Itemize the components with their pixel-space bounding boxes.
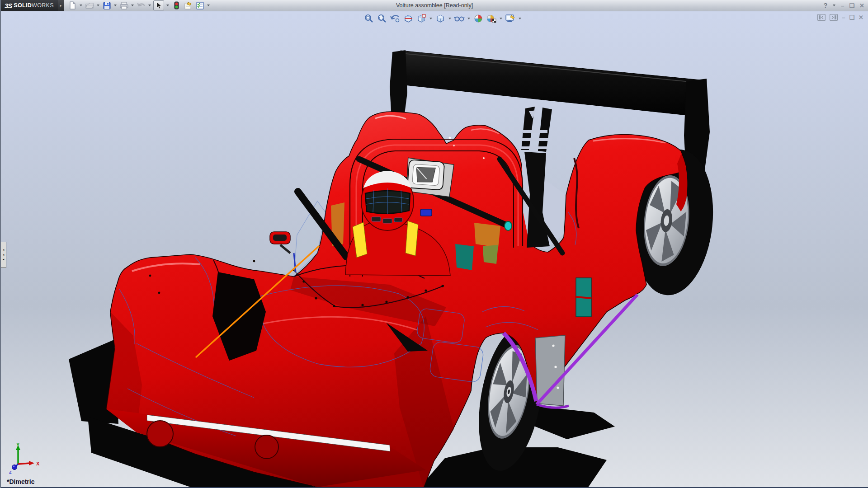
view-settings-button[interactable] — [505, 13, 516, 24]
zoom-to-area-button[interactable] — [377, 13, 387, 24]
doc-restore-button[interactable]: ❏ — [849, 14, 854, 20]
close-button[interactable]: ✕ — [859, 3, 864, 9]
ds-logo-mark: 3S — [5, 2, 12, 9]
window-controls: ? – ❏ ✕ — [824, 0, 864, 11]
rebuild-button[interactable] — [171, 1, 181, 10]
file-properties-button[interactable] — [183, 1, 193, 10]
view-settings-dropdown[interactable] — [519, 18, 521, 19]
model-viewport[interactable] — [1, 0, 868, 488]
triad-x-label: X — [36, 461, 40, 466]
help-button[interactable]: ? — [824, 2, 828, 9]
select-dropdown[interactable] — [166, 5, 169, 6]
print-button[interactable] — [119, 1, 129, 10]
open-button[interactable] — [85, 1, 94, 10]
triad-z-label: Z — [9, 470, 12, 474]
options-button[interactable] — [195, 1, 205, 10]
edit-appearance-button[interactable] — [473, 13, 484, 24]
hide-show-items-dropdown[interactable] — [467, 18, 470, 19]
help-dropdown[interactable] — [833, 5, 835, 6]
splitter-arrow: ◂ — [3, 253, 5, 258]
section-view-button[interactable] — [403, 13, 414, 24]
logo-text-solid: SOLID — [14, 2, 32, 9]
new-document-button[interactable] — [67, 1, 77, 10]
hide-show-items-button[interactable] — [454, 13, 465, 24]
brake-duct-left — [147, 421, 173, 447]
heads-up-view-toolbar — [363, 13, 522, 24]
feature-pane-splitter-tab[interactable]: ◂ ◂ ◂ — [1, 242, 6, 268]
previous-view-button[interactable] — [390, 13, 401, 24]
minimize-button[interactable]: – — [841, 3, 844, 9]
view-orientation-label: *Dimetric — [7, 478, 34, 485]
brake-duct-right — [255, 435, 278, 459]
apply-scene-button[interactable] — [486, 13, 497, 24]
splitter-arrow: ◂ — [3, 257, 5, 262]
helmet — [361, 171, 414, 230]
title-bar: 3S SOLIDWORKS ▸ — [1, 0, 868, 11]
undo-button[interactable] — [136, 1, 146, 10]
display-style-dropdown[interactable] — [448, 18, 451, 19]
main-toolbar — [64, 0, 210, 10]
solidworks-logo[interactable]: 3S SOLIDWORKS — [1, 0, 58, 11]
document-window-controls: – ❏ ✕ — [817, 14, 863, 21]
display-style-button[interactable] — [435, 13, 446, 24]
save-dropdown[interactable] — [114, 5, 117, 6]
restore-button[interactable]: ❏ — [849, 3, 854, 9]
triad-y-label: Y — [16, 442, 20, 447]
airbox — [406, 158, 454, 197]
doc-minimize-button[interactable]: – — [842, 14, 845, 20]
logo-text-works: WORKS — [32, 2, 54, 9]
pane-toggle-right-icon[interactable] — [830, 14, 838, 21]
splitter-arrow: ◂ — [3, 248, 5, 253]
print-dropdown[interactable] — [131, 5, 134, 6]
zoom-to-fit-button[interactable] — [363, 13, 374, 24]
view-orientation-dropdown[interactable] — [429, 18, 432, 19]
options-dropdown[interactable] — [207, 5, 210, 6]
toolbar-expand-arrow[interactable]: ▸ — [58, 0, 64, 11]
view-orientation-button[interactable] — [416, 13, 427, 24]
select-button[interactable] — [153, 0, 164, 10]
new-document-dropdown[interactable] — [80, 5, 82, 6]
apply-scene-dropdown[interactable] — [500, 18, 502, 19]
orientation-triad: Y X Z — [6, 442, 50, 476]
pane-toggle-left-icon[interactable] — [817, 14, 826, 21]
save-button[interactable] — [102, 1, 112, 10]
solidworks-window: 3S SOLIDWORKS ▸ — [0, 0, 868, 488]
doc-close-button[interactable]: ✕ — [859, 14, 863, 20]
undo-dropdown[interactable] — [148, 5, 151, 6]
open-dropdown[interactable] — [97, 5, 99, 6]
